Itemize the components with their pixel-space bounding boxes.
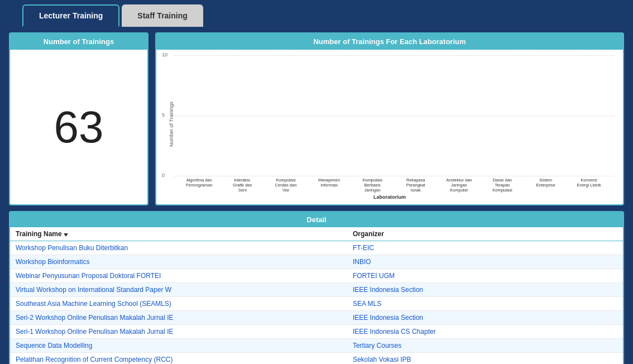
num-trainings-value: 63 — [10, 50, 147, 204]
x-label: SistemEnterprise — [524, 176, 568, 193]
num-trainings-card: Number of Trainings 63 — [9, 32, 148, 205]
cell-training-name: Virtual Workshop on International Standa… — [10, 283, 347, 297]
table-header-row: Training Name Organizer — [10, 227, 623, 241]
cell-organizer: SEA MLS — [347, 297, 623, 311]
cell-training-name: Sequence Data Modelling — [10, 339, 347, 353]
cell-organizer: IEEE Indonesia Section — [347, 283, 623, 297]
cell-organizer: Tertiary Courses — [347, 339, 623, 353]
x-label: ManajemenInformasi — [308, 176, 351, 193]
top-row: Number of Trainings 63 Number of Trainin… — [9, 32, 624, 205]
x-label: Dasar danTerapanKomputasi — [481, 176, 524, 193]
x-label: RekayasaPerangkatlunak — [394, 176, 438, 193]
x-axis-labels: Algoritma danPemrogramanInteraksi,Grafik… — [174, 176, 614, 193]
x-label: KonversiEnergi Listrik — [567, 176, 611, 193]
col-name-header[interactable]: Training Name — [10, 227, 347, 241]
x-label: Arsitektur danJaringanKomputer — [438, 176, 481, 193]
cell-organizer: IEEE Indonesia CS Chapter — [347, 325, 623, 339]
bars-row — [174, 55, 614, 176]
main-content: Number of Trainings 63 Number of Trainin… — [0, 27, 633, 364]
sort-arrow-icon — [64, 233, 68, 237]
table-row: Virtual Workshop on International Standa… — [10, 283, 623, 297]
detail-table: Training Name Organizer Workshop Penulis… — [10, 227, 623, 364]
cell-organizer: FORTEI UGM — [347, 269, 623, 283]
col-org-header: Organizer — [347, 227, 623, 241]
tab-staff[interactable]: Staff Training — [122, 4, 203, 27]
gridline-label: 5 — [162, 112, 165, 118]
chart-plot: 1050Algoritma danPemrogramanInteraksi,Gr… — [174, 55, 614, 193]
table-row: Seri-1 Workshop Online Penulisan Makalah… — [10, 325, 623, 339]
chart-area: Number of Trainings 1050Algoritma danPem… — [156, 50, 623, 204]
x-label: Algoritma danPemrograman — [178, 176, 221, 193]
tabs-bar: Lecturer Training Staff Training — [0, 0, 633, 27]
gridline-label: 0 — [162, 173, 165, 178]
table-row: Seri-2 Workshop Online Penulisan Makalah… — [10, 311, 623, 325]
x-label: KomputasiCerdas danVisi — [264, 176, 308, 193]
chart-header: Number of Trainings For Each Laboratoriu… — [156, 33, 623, 50]
cell-training-name: Seri-1 Workshop Online Penulisan Makalah… — [10, 325, 347, 339]
cell-training-name: Southeast Asia Machine Learning School (… — [10, 297, 347, 311]
num-trainings-header: Number of Trainings — [10, 33, 147, 50]
detail-header: Detail — [10, 212, 623, 227]
chart-card: Number of Trainings For Each Laboratoriu… — [155, 32, 624, 205]
cell-organizer: IEEE Indonesia Section — [347, 311, 623, 325]
table-row: Webinar Penyusunan Proposal Doktoral FOR… — [10, 269, 623, 283]
cell-training-name: Pelatihan Recognition of Current Compete… — [10, 353, 347, 365]
cell-organizer: FT-EIC — [347, 241, 623, 255]
table-body: Workshop Penulisan Buku DiterbitkanFT-EI… — [10, 241, 623, 365]
table-scroll[interactable]: Training Name Organizer Workshop Penulis… — [10, 227, 623, 364]
table-row: Pelatihan Recognition of Current Compete… — [10, 353, 623, 365]
table-row: Southeast Asia Machine Learning School (… — [10, 297, 623, 311]
cell-training-name: Workshop Bioinformatics — [10, 255, 347, 269]
x-label: Interaksi,Grafik danSeni — [221, 176, 265, 193]
cell-training-name: Workshop Penulisan Buku Diterbitkan — [10, 241, 347, 255]
cell-organizer: Sekolah Vokasi IPB — [347, 353, 623, 365]
detail-card: Detail Training Name Organizer — [9, 211, 624, 364]
y-axis-label: Number of Trainings — [165, 55, 174, 193]
x-axis-title: Laboratorium — [165, 194, 614, 200]
table-row: Workshop Penulisan Buku DiterbitkanFT-EI… — [10, 241, 623, 255]
x-label: KomputasiBerbasisJaringan — [351, 176, 394, 193]
tab-lecturer[interactable]: Lecturer Training — [22, 4, 119, 27]
cell-training-name: Webinar Penyusunan Proposal Doktoral FOR… — [10, 269, 347, 283]
chart-inner: Number of Trainings 1050Algoritma danPem… — [165, 55, 614, 193]
table-row: Sequence Data ModellingTertiary Courses — [10, 339, 623, 353]
cell-training-name: Seri-2 Workshop Online Penulisan Makalah… — [10, 311, 347, 325]
table-row: Workshop BioinformaticsINBIO — [10, 255, 623, 269]
cell-organizer: INBIO — [347, 255, 623, 269]
